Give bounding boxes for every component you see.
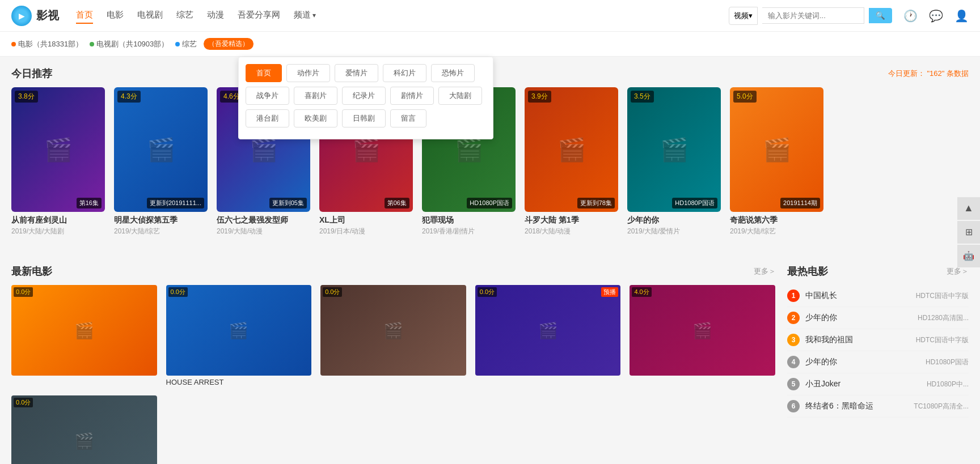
hot-item-3[interactable]: 3 我和我的祖国 HDTC国语中字版: [787, 329, 969, 351]
nav-movie[interactable]: 电影: [107, 7, 124, 24]
latest-card-6[interactable]: 🎬 0.0分: [11, 395, 157, 464]
latest-header: 最新电影 更多＞: [11, 254, 776, 285]
dd-mainland[interactable]: 大陆剧: [438, 87, 482, 105]
hot-name-2: 少年的你: [805, 313, 837, 323]
latest-more-link[interactable]: 更多＞: [754, 266, 776, 276]
movie-title-8: 奇葩说第六季: [730, 215, 823, 225]
today-title: 今日推荐: [11, 67, 52, 80]
dd-drama[interactable]: 剧情片: [390, 87, 434, 105]
movie-card-7[interactable]: 🎬 3.5分 HD1080P国语 少年的你 2019/大陆/爱情片: [627, 87, 721, 237]
nav-channel[interactable]: 频道: [294, 7, 316, 24]
dd-action[interactable]: 动作片: [286, 64, 330, 82]
latest-score-6: 0.0分: [14, 398, 33, 407]
movie-title-2: 明星大侦探第五季: [114, 215, 208, 225]
movie-title-3: 伍六七之最强发型师: [217, 215, 310, 225]
movie-title-7: 少年的你: [627, 215, 721, 225]
latest-score-3: 0.0分: [323, 287, 342, 297]
latest-card-3[interactable]: 🎬 0.0分: [320, 285, 466, 386]
nav-tv[interactable]: 电视剧: [137, 7, 163, 24]
nav-home[interactable]: 首页: [76, 7, 93, 24]
search-type-select[interactable]: 视频▾: [729, 7, 758, 25]
genre-dropdown: 首页 动作片 爱情片 科幻片 恐怖片 战争片 喜剧片 纪录片 剧情片 大陆剧 港…: [238, 57, 493, 139]
latest-thumb-1: 🎬: [11, 285, 157, 376]
hot-rank-5: 5: [787, 378, 800, 390]
hot-header: 最热电影 更多＞: [787, 254, 969, 285]
movie-meta-3: 2019/大陆/动漫: [217, 227, 310, 236]
dd-horror[interactable]: 恐怖片: [431, 64, 475, 82]
message-icon[interactable]: 💬: [929, 9, 943, 23]
hot-title: 最热电影: [787, 265, 828, 278]
logo[interactable]: 影视: [11, 6, 59, 26]
search-button[interactable]: 🔍: [869, 8, 892, 23]
cat-dot-tv: [90, 42, 94, 46]
latest-card-2[interactable]: 🎬 0.0分 HOUSE ARREST: [166, 285, 312, 386]
float-sidebar: ▲ ⊞ 🤖: [957, 197, 980, 267]
latest-thumb-3: 🎬: [320, 285, 466, 376]
cat-variety-label: 综艺: [182, 39, 197, 49]
nav-variety[interactable]: 综艺: [176, 7, 193, 24]
latest-score-5: 4.0分: [632, 287, 651, 297]
hot-item-1[interactable]: 1 中国机长 HDTC国语中字版: [787, 285, 969, 307]
search-input[interactable]: [762, 7, 864, 24]
hot-more-link[interactable]: 更多＞: [947, 266, 969, 276]
latest-card-5[interactable]: 🎬 4.0分: [630, 285, 775, 386]
movie-score-8: 5.0分: [733, 91, 757, 103]
movie-tag-1: 第16集: [77, 198, 102, 208]
float-up-btn[interactable]: ▲: [957, 197, 980, 220]
movie-tag-2: 更新到20191111...: [147, 198, 204, 208]
movie-meta-2: 2019/大陆/综艺: [114, 227, 208, 236]
cat-movie[interactable]: 电影（共18331部）: [11, 39, 83, 49]
history-icon[interactable]: 🕐: [903, 9, 918, 23]
thumb-image-8: 🎬: [730, 87, 823, 212]
nav-anime[interactable]: 动漫: [207, 7, 224, 24]
hot-item-2[interactable]: 2 少年的你 HD1280高清国...: [787, 307, 969, 329]
latest-card-1[interactable]: 🎬 0.0分: [11, 285, 157, 386]
float-windows-btn[interactable]: ⊞: [957, 221, 980, 244]
float-android-btn[interactable]: 🤖: [957, 245, 980, 267]
movie-meta-7: 2019/大陆/爱情片: [627, 227, 721, 236]
cat-variety[interactable]: 综艺: [175, 39, 197, 49]
latest-score-2: 0.0分: [168, 287, 188, 297]
header: 影视 首页 电影 电视剧 综艺 动漫 吾爱分享网 频道 视频▾ 🔍 🕐 💬 👤: [0, 0, 980, 32]
movie-card-1[interactable]: 🎬 3.8分 第16集 从前有座剑灵山 2019/大陆/大陆剧: [11, 87, 105, 237]
logo-icon: [11, 6, 32, 26]
wuai-tag: （吾爱精选）: [204, 38, 254, 50]
hot-item-4[interactable]: 4 少年的你 HD1080P国语: [787, 351, 969, 373]
latest-score-1: 0.0分: [14, 287, 33, 297]
hot-tag-3: HDTC国语中字版: [916, 335, 969, 345]
movie-card-8[interactable]: 🎬 5.0分 20191114期 奇葩说第六季 2019/大陆/综艺: [730, 87, 823, 237]
dd-message[interactable]: 留言: [390, 109, 426, 127]
cat-tv-label: 电视剧（共10903部）: [96, 39, 168, 49]
dd-western[interactable]: 欧美剧: [294, 109, 337, 127]
hot-section: 最热电影 更多＞ 1 中国机长 HDTC国语中字版 2 少年的你 HD1280高…: [787, 254, 969, 464]
movie-meta-5: 2019/香港/剧情片: [422, 227, 516, 236]
dropdown-row-1: 首页 动作片 爱情片 科幻片 恐怖片: [246, 64, 486, 82]
movie-score-1: 3.8分: [15, 91, 38, 103]
cat-tv[interactable]: 电视剧（共10903部）: [90, 39, 168, 49]
hot-name-4: 少年的你: [805, 357, 837, 367]
dd-romance[interactable]: 爱情片: [335, 64, 378, 82]
hot-item-6[interactable]: 6 终结者6：黑暗命运 TC1080P高清全...: [787, 395, 969, 418]
dd-comedy[interactable]: 喜剧片: [294, 87, 337, 105]
cat-wuai[interactable]: （吾爱精选）: [204, 38, 254, 50]
latest-card-4[interactable]: 🎬 0.0分 预播: [475, 285, 621, 386]
latest-thumb-2: 🎬: [166, 285, 312, 376]
movie-card-2[interactable]: 🎬 4.3分 更新到20191111... 明星大侦探第五季 2019/大陆/综…: [114, 87, 208, 237]
dd-scifi[interactable]: 科幻片: [383, 64, 426, 82]
hot-rank-3: 3: [787, 334, 800, 346]
dd-korean[interactable]: 日韩剧: [342, 109, 386, 127]
movie-title-5: 犯罪现场: [422, 215, 516, 225]
cat-movie-label: 电影（共18331部）: [18, 39, 83, 49]
dd-hktw[interactable]: 港台剧: [246, 109, 289, 127]
dd-war[interactable]: 战争片: [246, 87, 289, 105]
hot-rank-2: 2: [787, 312, 800, 324]
movie-score-2: 4.3分: [117, 91, 141, 103]
user-icon[interactable]: 👤: [954, 9, 969, 23]
dd-documentary[interactable]: 纪录片: [342, 87, 386, 105]
nav-wuai[interactable]: 吾爱分享网: [238, 7, 280, 24]
movie-card-6[interactable]: 🎬 3.9分 更新到78集 斗罗大陆 第1季 2018/大陆/动漫: [525, 87, 618, 237]
hot-item-5[interactable]: 5 小丑Joker HD1080P中...: [787, 373, 969, 395]
latest-section: 最新电影 更多＞ 🎬 0.0分 🎬 0.0分 HOUSE ARRES: [11, 254, 776, 464]
hot-name-3: 我和我的祖国: [805, 335, 853, 345]
dd-home[interactable]: 首页: [246, 64, 282, 82]
